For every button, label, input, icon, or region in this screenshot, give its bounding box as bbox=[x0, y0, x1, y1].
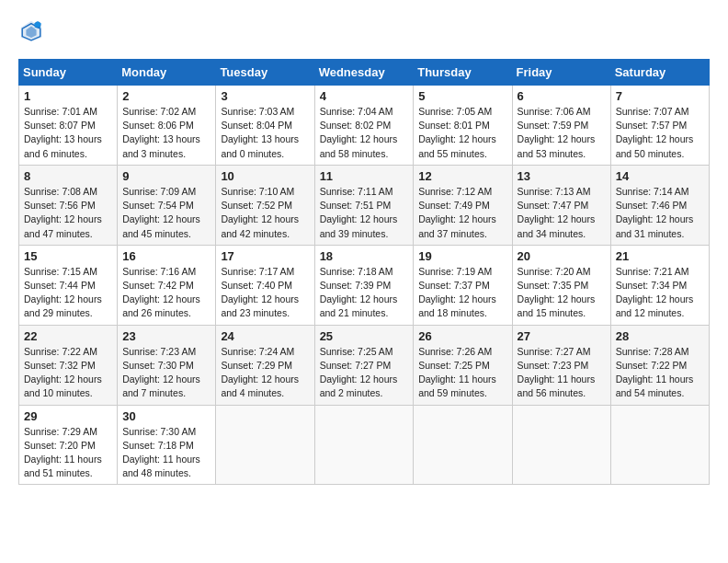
day-number: 2 bbox=[122, 89, 210, 103]
calendar-cell: 9 Sunrise: 7:09 AMSunset: 7:54 PMDayligh… bbox=[118, 165, 216, 245]
day-number: 3 bbox=[221, 89, 309, 103]
day-info: Sunrise: 7:19 AMSunset: 7:37 PMDaylight:… bbox=[418, 266, 496, 319]
day-info: Sunrise: 7:02 AMSunset: 8:06 PMDaylight:… bbox=[122, 106, 200, 159]
day-number: 22 bbox=[24, 329, 112, 343]
calendar-cell: 17 Sunrise: 7:17 AMSunset: 7:40 PMDaylig… bbox=[216, 245, 314, 325]
day-number: 6 bbox=[518, 89, 606, 103]
calendar-cell: 21 Sunrise: 7:21 AMSunset: 7:34 PMDaylig… bbox=[610, 245, 709, 325]
day-info: Sunrise: 7:07 AMSunset: 7:57 PMDaylight:… bbox=[616, 106, 694, 159]
day-number: 28 bbox=[616, 329, 704, 343]
calendar-cell bbox=[512, 405, 610, 485]
day-number: 4 bbox=[320, 89, 409, 103]
day-number: 10 bbox=[221, 169, 309, 183]
day-number: 30 bbox=[122, 409, 210, 423]
day-number: 11 bbox=[320, 169, 409, 183]
day-info: Sunrise: 7:12 AMSunset: 7:49 PMDaylight:… bbox=[418, 186, 496, 239]
day-info: Sunrise: 7:26 AMSunset: 7:25 PMDaylight:… bbox=[418, 346, 496, 399]
weekday-header-friday: Friday bbox=[512, 60, 610, 86]
day-number: 17 bbox=[221, 249, 309, 263]
calendar-cell: 12 Sunrise: 7:12 AMSunset: 7:49 PMDaylig… bbox=[414, 165, 512, 245]
day-number: 29 bbox=[24, 409, 112, 423]
calendar-cell: 1 Sunrise: 7:01 AMSunset: 8:07 PMDayligh… bbox=[19, 86, 118, 166]
day-number: 16 bbox=[122, 249, 210, 263]
day-number: 13 bbox=[518, 169, 606, 183]
calendar-cell bbox=[216, 405, 314, 485]
calendar-cell: 18 Sunrise: 7:18 AMSunset: 7:39 PMDaylig… bbox=[314, 245, 414, 325]
day-number: 21 bbox=[616, 249, 704, 263]
calendar-cell: 19 Sunrise: 7:19 AMSunset: 7:37 PMDaylig… bbox=[414, 245, 512, 325]
day-info: Sunrise: 7:13 AMSunset: 7:47 PMDaylight:… bbox=[518, 186, 596, 239]
day-number: 23 bbox=[122, 329, 210, 343]
day-number: 27 bbox=[518, 329, 606, 343]
day-info: Sunrise: 7:17 AMSunset: 7:40 PMDaylight:… bbox=[221, 266, 299, 319]
day-info: Sunrise: 7:09 AMSunset: 7:54 PMDaylight:… bbox=[122, 186, 200, 239]
day-number: 24 bbox=[221, 329, 309, 343]
calendar-cell: 24 Sunrise: 7:24 AMSunset: 7:29 PMDaylig… bbox=[216, 325, 314, 405]
calendar-cell bbox=[610, 405, 709, 485]
day-number: 12 bbox=[418, 169, 506, 183]
day-info: Sunrise: 7:06 AMSunset: 7:59 PMDaylight:… bbox=[518, 106, 596, 159]
day-info: Sunrise: 7:14 AMSunset: 7:46 PMDaylight:… bbox=[616, 186, 694, 239]
day-number: 9 bbox=[122, 169, 210, 183]
logo-icon bbox=[18, 18, 44, 44]
day-number: 14 bbox=[616, 169, 704, 183]
day-info: Sunrise: 7:30 AMSunset: 7:18 PMDaylight:… bbox=[122, 426, 200, 479]
weekday-header-monday: Monday bbox=[118, 60, 216, 86]
calendar-cell: 11 Sunrise: 7:11 AMSunset: 7:51 PMDaylig… bbox=[314, 165, 414, 245]
calendar-cell: 13 Sunrise: 7:13 AMSunset: 7:47 PMDaylig… bbox=[512, 165, 610, 245]
day-number: 18 bbox=[320, 249, 409, 263]
day-number: 25 bbox=[320, 329, 409, 343]
calendar-cell: 29 Sunrise: 7:29 AMSunset: 7:20 PMDaylig… bbox=[19, 405, 118, 485]
day-number: 1 bbox=[24, 89, 112, 103]
calendar-cell: 8 Sunrise: 7:08 AMSunset: 7:56 PMDayligh… bbox=[19, 165, 118, 245]
day-info: Sunrise: 7:08 AMSunset: 7:56 PMDaylight:… bbox=[24, 186, 102, 239]
calendar-cell: 20 Sunrise: 7:20 AMSunset: 7:35 PMDaylig… bbox=[512, 245, 610, 325]
day-info: Sunrise: 7:10 AMSunset: 7:52 PMDaylight:… bbox=[221, 186, 299, 239]
day-info: Sunrise: 7:03 AMSunset: 8:04 PMDaylight:… bbox=[221, 106, 299, 159]
calendar-cell: 5 Sunrise: 7:05 AMSunset: 8:01 PMDayligh… bbox=[414, 86, 512, 166]
day-number: 8 bbox=[24, 169, 112, 183]
day-number: 20 bbox=[518, 249, 606, 263]
calendar-cell: 15 Sunrise: 7:15 AMSunset: 7:44 PMDaylig… bbox=[19, 245, 118, 325]
calendar-cell: 16 Sunrise: 7:16 AMSunset: 7:42 PMDaylig… bbox=[118, 245, 216, 325]
day-info: Sunrise: 7:29 AMSunset: 7:20 PMDaylight:… bbox=[24, 426, 102, 479]
day-info: Sunrise: 7:16 AMSunset: 7:42 PMDaylight:… bbox=[122, 266, 200, 319]
calendar-cell: 2 Sunrise: 7:02 AMSunset: 8:06 PMDayligh… bbox=[118, 86, 216, 166]
calendar-cell bbox=[314, 405, 414, 485]
day-info: Sunrise: 7:18 AMSunset: 7:39 PMDaylight:… bbox=[320, 266, 398, 319]
day-info: Sunrise: 7:24 AMSunset: 7:29 PMDaylight:… bbox=[221, 346, 299, 399]
calendar-cell: 25 Sunrise: 7:25 AMSunset: 7:27 PMDaylig… bbox=[314, 325, 414, 405]
day-info: Sunrise: 7:20 AMSunset: 7:35 PMDaylight:… bbox=[518, 266, 596, 319]
day-number: 7 bbox=[616, 89, 704, 103]
calendar-cell bbox=[414, 405, 512, 485]
calendar-cell: 30 Sunrise: 7:30 AMSunset: 7:18 PMDaylig… bbox=[118, 405, 216, 485]
calendar-cell: 28 Sunrise: 7:28 AMSunset: 7:22 PMDaylig… bbox=[610, 325, 709, 405]
weekday-header-tuesday: Tuesday bbox=[216, 60, 314, 86]
day-info: Sunrise: 7:22 AMSunset: 7:32 PMDaylight:… bbox=[24, 346, 102, 399]
calendar-cell: 3 Sunrise: 7:03 AMSunset: 8:04 PMDayligh… bbox=[216, 86, 314, 166]
calendar-cell: 23 Sunrise: 7:23 AMSunset: 7:30 PMDaylig… bbox=[118, 325, 216, 405]
svg-marker-4 bbox=[34, 21, 41, 29]
day-number: 26 bbox=[418, 329, 506, 343]
day-info: Sunrise: 7:15 AMSunset: 7:44 PMDaylight:… bbox=[24, 266, 102, 319]
weekday-header-thursday: Thursday bbox=[414, 60, 512, 86]
day-number: 5 bbox=[418, 89, 506, 103]
page-header bbox=[18, 18, 710, 44]
weekday-header-sunday: Sunday bbox=[19, 60, 118, 86]
day-info: Sunrise: 7:28 AMSunset: 7:22 PMDaylight:… bbox=[616, 346, 694, 399]
calendar-cell: 10 Sunrise: 7:10 AMSunset: 7:52 PMDaylig… bbox=[216, 165, 314, 245]
calendar-cell: 4 Sunrise: 7:04 AMSunset: 8:02 PMDayligh… bbox=[314, 86, 414, 166]
day-info: Sunrise: 7:27 AMSunset: 7:23 PMDaylight:… bbox=[518, 346, 596, 399]
day-info: Sunrise: 7:25 AMSunset: 7:27 PMDaylight:… bbox=[320, 346, 398, 399]
calendar-cell: 27 Sunrise: 7:27 AMSunset: 7:23 PMDaylig… bbox=[512, 325, 610, 405]
logo bbox=[18, 18, 48, 44]
day-number: 19 bbox=[418, 249, 506, 263]
day-info: Sunrise: 7:11 AMSunset: 7:51 PMDaylight:… bbox=[320, 186, 398, 239]
day-number: 15 bbox=[24, 249, 112, 263]
calendar-cell: 22 Sunrise: 7:22 AMSunset: 7:32 PMDaylig… bbox=[19, 325, 118, 405]
calendar-cell: 6 Sunrise: 7:06 AMSunset: 7:59 PMDayligh… bbox=[512, 86, 610, 166]
weekday-header-saturday: Saturday bbox=[610, 60, 709, 86]
calendar-cell: 14 Sunrise: 7:14 AMSunset: 7:46 PMDaylig… bbox=[610, 165, 709, 245]
calendar-cell: 7 Sunrise: 7:07 AMSunset: 7:57 PMDayligh… bbox=[610, 86, 709, 166]
calendar-cell: 26 Sunrise: 7:26 AMSunset: 7:25 PMDaylig… bbox=[414, 325, 512, 405]
